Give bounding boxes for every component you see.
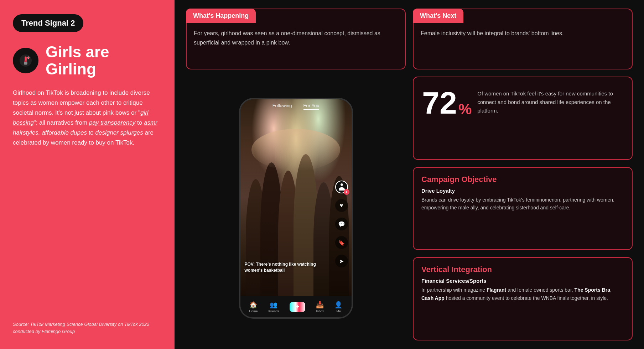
stat-text: Of women on TikTok feel it's easy for ne… xyxy=(477,87,623,115)
vertical-card: Vertical Integration Financial Services/… xyxy=(413,257,633,340)
phone-nav-friends[interactable]: 👥 Friends xyxy=(268,301,279,313)
phone-container: Following For You xyxy=(186,77,406,340)
title-row: Girls are Girling xyxy=(13,43,162,78)
source-text: Source: TikTok Marketing Science Global … xyxy=(13,321,162,335)
flagrant-text: Flagrant xyxy=(487,287,506,293)
whats-next-tab: What's Next xyxy=(413,9,463,23)
right-panel: What's Happening For years, girlhood was… xyxy=(175,0,644,349)
whats-next-card: What's Next Female inclusivity will be i… xyxy=(413,9,633,69)
vertical-subtitle: Financial Services/Sports xyxy=(421,278,624,284)
trend-signal-badge: Trend Signal 2 xyxy=(13,14,83,32)
icon-circle xyxy=(13,48,38,73)
campaign-title: Campaign Objective xyxy=(421,175,624,184)
campaign-body: Brands can drive loyalty by embracing Ti… xyxy=(421,196,624,212)
description: Girlhood on TikTok is broadening to incl… xyxy=(13,88,162,148)
phone-top-bar: Following For You xyxy=(240,99,352,113)
home-icon: 🏠 xyxy=(249,301,257,309)
share-action[interactable]: ➤ xyxy=(335,255,348,267)
phone-bottom-bar: 🏠 Home 👥 Friends + 📥 Inbox 👤 Me xyxy=(240,296,352,317)
whats-happening-body: For years, girlhood was seen as a one-di… xyxy=(187,23,405,54)
whats-happening-tab: What's Happening xyxy=(186,9,256,23)
phone-side-actions: + ♥ 💬 🔖 ➤ xyxy=(335,181,348,267)
left-panel: Trend Signal 2 Girls are Girling xyxy=(0,0,175,349)
whats-happening-card: What's Happening For years, girlhood was… xyxy=(186,9,406,69)
stat-number: 72 xyxy=(422,87,457,119)
phone-nav-me[interactable]: 👤 Me xyxy=(334,301,342,313)
stat-percent: % xyxy=(458,100,472,118)
plus-icon: + xyxy=(290,302,305,312)
phone-screen: Following For You xyxy=(240,99,352,296)
campaign-card: Campaign Objective Drive Loyalty Brands … xyxy=(413,167,633,250)
campaign-subtitle: Drive Loyalty xyxy=(421,188,624,194)
pay-transparency-link[interactable]: pay transparency xyxy=(89,119,135,126)
sports-bra-text: The Sports Bra xyxy=(575,287,610,293)
phone-nav-home[interactable]: 🏠 Home xyxy=(249,301,258,313)
plus-badge: + xyxy=(344,189,349,195)
comment-action[interactable]: 💬 xyxy=(335,218,348,230)
phone-nav-plus[interactable]: + xyxy=(290,302,305,312)
inbox-icon: 📥 xyxy=(316,301,324,309)
stat-number-group: 72 % xyxy=(422,87,472,119)
vertical-title: Vertical Integration xyxy=(421,265,624,274)
girling-icon xyxy=(19,54,32,67)
phone-caption: POV: There's nothing like watching women… xyxy=(245,261,334,274)
phone-nav-inbox[interactable]: 📥 Inbox xyxy=(316,301,324,313)
phone-mockup: Following For You xyxy=(239,98,353,319)
svg-rect-3 xyxy=(24,62,27,65)
phone-following-tab[interactable]: Following xyxy=(272,103,292,110)
svg-rect-2 xyxy=(24,61,27,62)
trend-signal-label: Trend Signal 2 xyxy=(21,19,75,28)
tiktok-profile-action[interactable]: + xyxy=(335,181,348,193)
cash-app-text: Cash App xyxy=(421,295,445,301)
main-title: Girls are Girling xyxy=(46,43,109,78)
svg-rect-1 xyxy=(25,57,27,61)
heart-action[interactable]: ♥ xyxy=(335,199,348,212)
vertical-body: In partnership with magazine Flagrant an… xyxy=(421,286,624,302)
stat-card: 72 % Of women on TikTok feel it's easy f… xyxy=(413,77,633,160)
designer-splurges-link[interactable]: designer splurges xyxy=(95,129,143,136)
phone-for-you-tab[interactable]: For You xyxy=(303,103,320,110)
whats-next-body: Female inclusivity will be integral to b… xyxy=(414,23,632,45)
bookmark-action[interactable]: 🔖 xyxy=(335,236,348,249)
me-icon: 👤 xyxy=(334,301,342,309)
friends-icon: 👥 xyxy=(270,301,277,309)
